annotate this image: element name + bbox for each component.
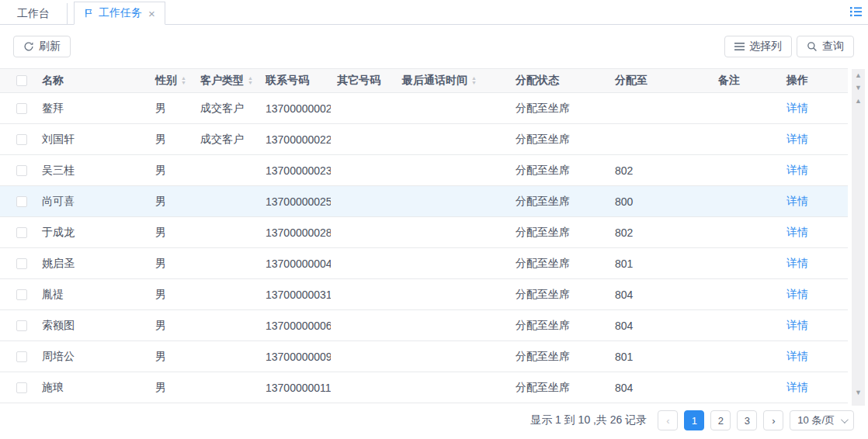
select-columns-button[interactable]: 选择列 [724, 36, 792, 57]
cell-action: 详情 [780, 102, 848, 116]
row-checkbox[interactable] [16, 134, 27, 145]
detail-link[interactable]: 详情 [786, 257, 808, 271]
checkbox-cell [0, 258, 36, 269]
row-checkbox[interactable] [16, 382, 27, 393]
cell-action: 详情 [780, 350, 848, 364]
cell-assign_status: 分配至坐席 [509, 381, 609, 395]
pagination-prev-button[interactable]: ‹ [658, 410, 678, 430]
table-row[interactable]: 于成龙男13700000028分配至坐席802详情 [0, 217, 848, 248]
row-checkbox[interactable] [16, 320, 27, 331]
table-row[interactable]: 吴三桂男13700000023分配至坐席802详情 [0, 155, 848, 186]
detail-link[interactable]: 详情 [786, 164, 808, 178]
row-checkbox[interactable] [16, 103, 27, 114]
column-label: 分配至 [615, 74, 648, 88]
cell-name: 索额图 [36, 319, 149, 333]
pagination-summary: 显示 1 到 10 ,共 26 记录 [530, 413, 647, 427]
tab-work-tasks-label: 工作任务 [99, 6, 142, 20]
close-icon[interactable]: × [148, 7, 155, 20]
cell-assigned_to: 802 [609, 226, 712, 239]
scroll-down-small-icon[interactable]: ▼ [852, 84, 865, 92]
refresh-button[interactable]: 刷新 [13, 36, 71, 57]
column-header-customer_type[interactable]: 客户类型▲▼ [194, 74, 259, 88]
cell-action: 详情 [780, 133, 848, 147]
column-header-gender[interactable]: 性别▲▼ [149, 74, 194, 88]
select-all-checkbox[interactable] [16, 75, 27, 86]
sort-carets-icon[interactable]: ▲▼ [471, 76, 477, 85]
table-row[interactable]: 胤禔男13700000031分配至坐席804详情 [0, 279, 848, 310]
flag-icon [84, 8, 94, 19]
table-row[interactable]: 周培公男13700000009分配至坐席801详情 [0, 341, 848, 372]
checkbox-cell [0, 289, 36, 300]
page-button-2[interactable]: 2 [710, 410, 731, 430]
cell-name: 周培公 [36, 350, 149, 364]
scroll-up-small-icon[interactable]: ▲ [852, 97, 865, 105]
row-checkbox[interactable] [16, 196, 27, 207]
table-row[interactable]: 刘国轩男成交客户13700000022分配至坐席详情 [0, 124, 848, 155]
detail-link[interactable]: 详情 [786, 226, 808, 240]
cell-phone: 13700000004 [259, 258, 331, 270]
tab-workbench-label: 工作台 [17, 7, 50, 21]
detail-link[interactable]: 详情 [786, 319, 808, 333]
cell-name: 姚启圣 [36, 257, 149, 271]
cell-action: 详情 [780, 319, 848, 333]
query-label: 查询 [822, 40, 844, 54]
checkbox-cell [0, 196, 36, 207]
column-label: 名称 [42, 74, 64, 88]
cell-gender: 男 [149, 381, 194, 395]
page-button-1[interactable]: 1 [684, 410, 704, 430]
pagination-pages: 123 [684, 410, 757, 430]
row-checkbox[interactable] [16, 289, 27, 300]
row-checkbox[interactable] [16, 227, 27, 238]
pagination-bar: 显示 1 到 10 ,共 26 记录 ‹ 123 › 10 条/页 [0, 403, 868, 437]
tab-workbench[interactable]: 工作台 [0, 3, 68, 24]
page-size-select[interactable]: 10 条/页 [790, 410, 854, 430]
cell-assign_status: 分配至坐席 [509, 164, 609, 178]
tab-list-menu-icon[interactable] [848, 5, 863, 19]
cell-action: 详情 [780, 288, 848, 302]
column-label: 联系号码 [266, 74, 309, 88]
detail-link[interactable]: 详情 [786, 102, 808, 116]
cell-name: 刘国轩 [36, 133, 149, 147]
column-label: 最后通话时间 [402, 74, 467, 88]
scroll-up-icon[interactable]: ▲ [852, 71, 865, 79]
detail-link[interactable]: 详情 [786, 195, 808, 209]
detail-link[interactable]: 详情 [786, 350, 808, 364]
cell-assign_status: 分配至坐席 [509, 319, 609, 333]
column-header-assigned_to: 分配至 [609, 74, 712, 88]
detail-link[interactable]: 详情 [786, 288, 808, 302]
row-checkbox[interactable] [16, 351, 27, 362]
cell-assign_status: 分配至坐席 [509, 288, 609, 302]
cell-action: 详情 [780, 226, 848, 240]
scroll-down-icon[interactable]: ▼ [852, 389, 865, 396]
table-row[interactable]: 索额图男13700000006分配至坐席804详情 [0, 310, 848, 341]
select-columns-label: 选择列 [749, 40, 782, 54]
sort-carets-icon[interactable]: ▲▼ [181, 76, 186, 85]
pagination-next-button[interactable]: › [763, 410, 783, 430]
cell-name: 吴三桂 [36, 164, 149, 178]
row-checkbox[interactable] [16, 258, 27, 269]
cell-phone: 13700000023 [259, 164, 331, 177]
search-icon [807, 41, 818, 52]
cell-phone: 13700000028 [259, 226, 331, 239]
vertical-scrollbar[interactable]: ▲ ▼ ▲ ▼ [852, 69, 865, 406]
column-header-last_call_time[interactable]: 最后通话时间▲▼ [396, 74, 509, 88]
cell-name: 鳌拜 [36, 102, 149, 116]
column-label: 分配状态 [516, 74, 559, 88]
sort-carets-icon[interactable]: ▲▼ [248, 76, 253, 85]
page-button-3[interactable]: 3 [737, 410, 757, 430]
table-row[interactable]: 施琅男13700000011分配至坐席804详情 [0, 372, 848, 403]
cell-action: 详情 [780, 381, 848, 395]
checkbox-cell [0, 320, 36, 331]
table-row[interactable]: 尚可喜男13700000025分配至坐席800详情 [0, 186, 848, 217]
detail-link[interactable]: 详情 [786, 133, 808, 147]
column-header-other_phone: 其它号码 [331, 74, 396, 88]
column-label: 性别 [155, 74, 177, 88]
table-row[interactable]: 姚启圣男13700000004分配至坐席801详情 [0, 248, 848, 279]
query-button[interactable]: 查询 [797, 36, 854, 57]
cell-gender: 男 [149, 319, 194, 333]
tab-work-tasks[interactable]: 工作任务 × [74, 2, 165, 25]
table-row[interactable]: 鳌拜男成交客户13700000002分配至坐席详情 [0, 93, 848, 124]
checkbox-cell [0, 134, 36, 145]
detail-link[interactable]: 详情 [786, 381, 808, 395]
row-checkbox[interactable] [16, 165, 27, 176]
